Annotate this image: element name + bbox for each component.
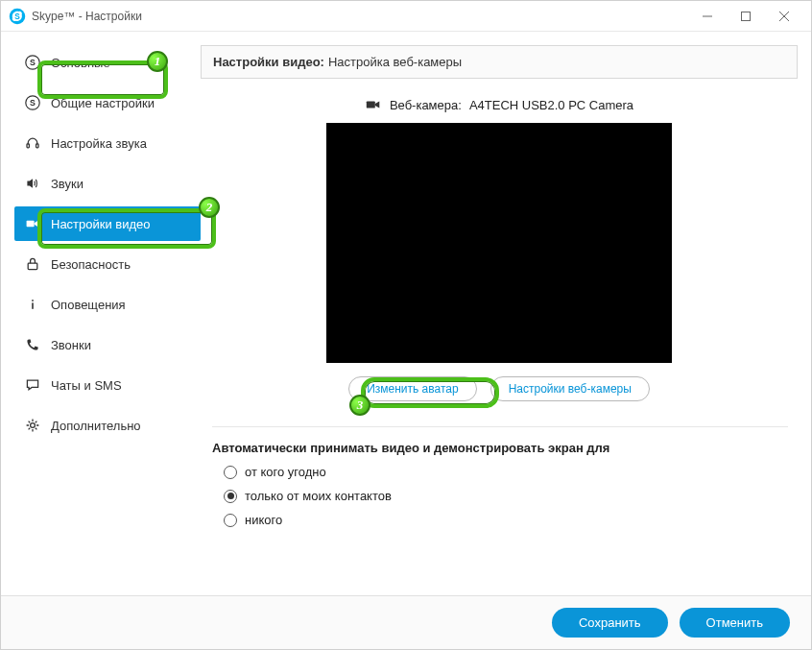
sidebar-item-label: Общие настройки xyxy=(51,96,155,110)
camera-name: A4TECH USB2.0 PC Camera xyxy=(469,98,633,112)
content-area: S Основные S Общие настройки Настройка з… xyxy=(1,32,811,595)
footer: Сохранить Отменить xyxy=(1,595,811,649)
maximize-button[interactable] xyxy=(727,1,765,32)
phone-icon xyxy=(24,336,41,353)
section-title-rest: Настройка веб-камеры xyxy=(328,55,462,69)
sidebar-item-advanced[interactable]: Дополнительно xyxy=(14,408,201,443)
sidebar-item-label: Основные xyxy=(51,56,110,70)
sidebar-item-security[interactable]: Безопасность xyxy=(14,247,201,281)
video-panel: Веб-камера: A4TECH USB2.0 PC Camera Изме… xyxy=(201,79,798,595)
skype-icon: S xyxy=(9,8,26,25)
annotation-badge-3: 3 xyxy=(349,395,370,416)
camera-label: Веб-камера: xyxy=(390,98,462,112)
skype-logo-icon: S xyxy=(24,54,41,71)
radio-anyone[interactable]: от кого угодно xyxy=(224,465,788,479)
chat-icon xyxy=(24,376,41,394)
sidebar-item-video[interactable]: Настройки видео xyxy=(14,206,201,241)
sidebar-item-label: Оповещения xyxy=(51,298,126,312)
radio-icon xyxy=(224,490,237,503)
lock-icon xyxy=(24,255,41,273)
sidebar-item-label: Безопасность xyxy=(51,257,131,272)
sidebar-item-general[interactable]: S Общие настройки xyxy=(14,85,201,120)
preview-buttons: Изменить аватар Настройки веб-камеры xyxy=(210,376,788,401)
gear-icon xyxy=(24,417,41,434)
svg-rect-11 xyxy=(36,144,38,148)
radio-label: от кого угодно xyxy=(245,465,326,479)
main-panel: Настройки видео: Настройка веб-камеры Ве… xyxy=(201,45,798,595)
sidebar-item-audio[interactable]: Настройка звука xyxy=(14,126,201,160)
cancel-button[interactable]: Отменить xyxy=(680,608,790,638)
minimize-button[interactable] xyxy=(688,1,727,32)
video-icon xyxy=(24,215,41,232)
skype-logo-icon: S xyxy=(24,94,41,111)
sidebar: S Основные S Общие настройки Настройка з… xyxy=(14,45,201,595)
section-header: Настройки видео: Настройка веб-камеры xyxy=(201,45,798,79)
sidebar-item-label: Чаты и SMS xyxy=(51,378,122,393)
sidebar-item-label: Звуки xyxy=(51,177,84,191)
sidebar-item-label: Дополнительно xyxy=(51,419,141,433)
svg-rect-17 xyxy=(367,101,375,108)
svg-point-16 xyxy=(31,423,36,428)
radio-label: только от моих контактов xyxy=(245,489,392,503)
radio-none[interactable]: никого xyxy=(224,513,788,527)
annotation-badge-1: 1 xyxy=(147,51,168,72)
info-icon xyxy=(24,296,41,313)
svg-rect-3 xyxy=(742,12,751,20)
radio-icon xyxy=(224,466,237,479)
sidebar-item-chats[interactable]: Чаты и SMS xyxy=(14,368,201,402)
svg-rect-13 xyxy=(28,263,37,269)
svg-text:S: S xyxy=(14,12,20,21)
sidebar-item-label: Звонки xyxy=(51,338,91,352)
webcam-settings-button[interactable]: Настройки веб-камеры xyxy=(490,376,650,401)
sidebar-item-basics[interactable]: S Основные xyxy=(14,45,201,80)
camera-row: Веб-камера: A4TECH USB2.0 PC Camera xyxy=(210,96,788,113)
sidebar-item-label: Настройка звука xyxy=(51,136,147,151)
settings-window: S Skype™ - Настройки S Основные S Общие … xyxy=(0,0,812,650)
svg-text:S: S xyxy=(30,58,36,67)
svg-rect-10 xyxy=(27,144,29,148)
camera-preview xyxy=(326,123,672,363)
sidebar-item-calls[interactable]: Звонки xyxy=(14,327,201,362)
section-title-bold: Настройки видео: xyxy=(213,55,324,69)
speaker-icon xyxy=(24,175,41,192)
save-button[interactable]: Сохранить xyxy=(552,608,668,638)
svg-text:S: S xyxy=(30,98,36,108)
annotation-badge-2: 2 xyxy=(199,197,220,218)
svg-rect-12 xyxy=(27,221,35,227)
video-icon xyxy=(365,96,382,113)
radio-label: никого xyxy=(245,513,282,527)
window-title: Skype™ - Настройки xyxy=(32,10,142,23)
svg-rect-15 xyxy=(32,302,34,308)
close-button[interactable] xyxy=(765,1,803,32)
sidebar-item-notifications[interactable]: Оповещения xyxy=(14,287,201,322)
svg-rect-14 xyxy=(32,300,34,301)
radio-contacts[interactable]: только от моих контактов xyxy=(224,489,788,503)
radio-icon xyxy=(224,514,237,527)
sidebar-item-label: Настройки видео xyxy=(51,217,151,231)
auto-accept-title: Автоматически принимать видео и демонстр… xyxy=(212,426,788,455)
sidebar-item-sounds[interactable]: Звуки xyxy=(14,166,201,201)
titlebar: S Skype™ - Настройки xyxy=(1,1,811,32)
headset-icon xyxy=(24,134,41,152)
auto-accept-group: от кого угодно только от моих контактов … xyxy=(210,465,788,527)
